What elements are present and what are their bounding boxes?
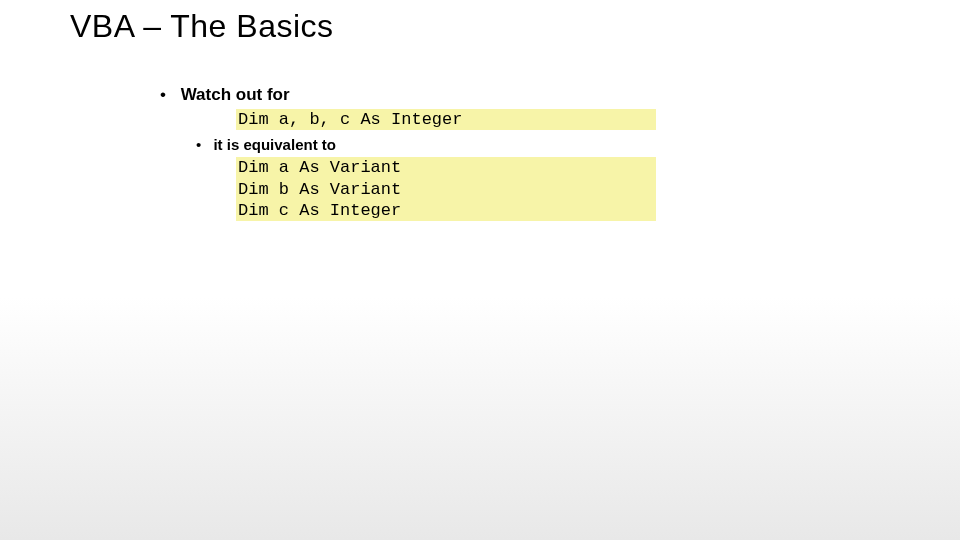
code-block-expanded: Dim a As Variant Dim b As Variant Dim c … bbox=[236, 157, 656, 221]
slide: VBA – The Basics Watch out for Dim a, b,… bbox=[0, 0, 960, 540]
bullet-text: Watch out for bbox=[181, 85, 290, 104]
bullet-equivalent-to: it is equivalent to bbox=[196, 136, 880, 153]
bullet-list-level-2: it is equivalent to bbox=[196, 136, 880, 153]
slide-body: Watch out for Dim a, b, c As Integer it … bbox=[160, 85, 880, 227]
bullet-list-level-1: Watch out for Dim a, b, c As Integer it … bbox=[160, 85, 880, 221]
slide-title: VBA – The Basics bbox=[70, 8, 334, 45]
code-block-declaration: Dim a, b, c As Integer bbox=[236, 109, 656, 130]
bullet-text: it is equivalent to bbox=[213, 136, 336, 153]
bullet-watch-out-for: Watch out for Dim a, b, c As Integer it … bbox=[160, 85, 880, 221]
